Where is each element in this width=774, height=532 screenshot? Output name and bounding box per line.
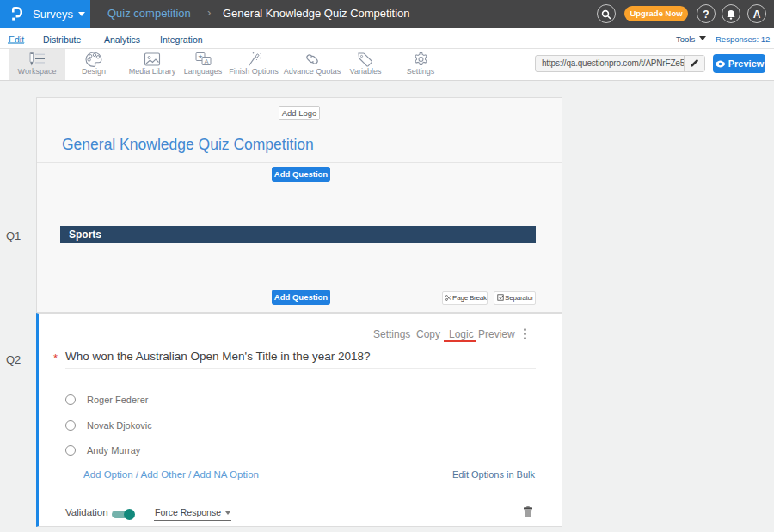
- svg-text:★: ★: [198, 53, 203, 59]
- svg-text:A: A: [204, 58, 208, 65]
